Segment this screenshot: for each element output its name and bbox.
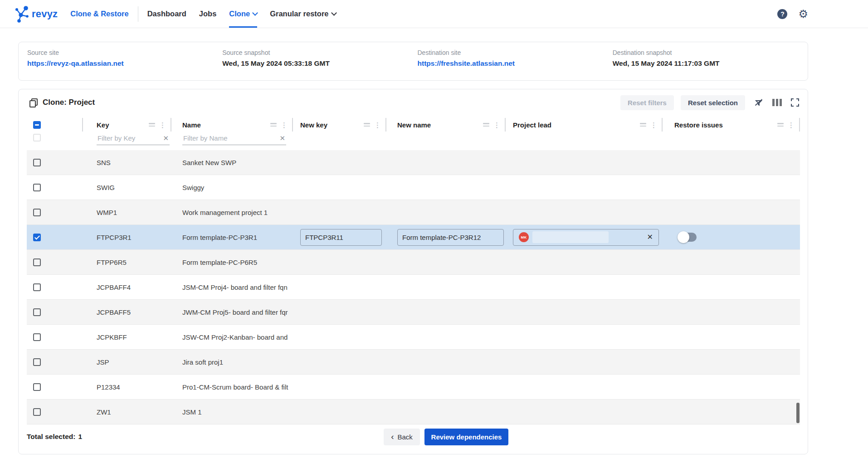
column-menu-icon[interactable]: ⋮ bbox=[374, 122, 381, 128]
source-site-label: Source site bbox=[27, 49, 222, 56]
column-resize-icon[interactable] bbox=[640, 123, 646, 127]
row-checkbox[interactable] bbox=[33, 308, 41, 316]
columns-icon[interactable] bbox=[772, 99, 782, 106]
source-snapshot-label: Source snapshot bbox=[222, 49, 417, 56]
nav-divider bbox=[138, 6, 138, 22]
column-resize-icon[interactable] bbox=[149, 123, 155, 127]
column-menu-icon[interactable]: ⋮ bbox=[788, 122, 795, 128]
column-header-key[interactable]: Key bbox=[97, 121, 109, 129]
nav-items: Dashboard Jobs Clone Granular restore bbox=[147, 0, 336, 28]
gear-icon[interactable]: ⚙ bbox=[798, 9, 808, 20]
row-checkbox[interactable] bbox=[33, 258, 41, 266]
row-checkbox[interactable] bbox=[33, 159, 41, 166]
row-key: JSP bbox=[97, 358, 109, 366]
snapshot-info-card: Source site https://revyz-qa.atlassian.n… bbox=[18, 42, 808, 81]
nav-item-clone[interactable]: Clone bbox=[229, 0, 257, 28]
row-key: JCPKBFF bbox=[97, 333, 127, 341]
nav-item-label: Clone bbox=[229, 10, 250, 18]
table-row: ZW1JSM 1 bbox=[27, 400, 800, 424]
row-checkbox[interactable] bbox=[33, 333, 41, 341]
restore-issues-toggle[interactable] bbox=[678, 233, 697, 242]
row-key: SWIG bbox=[97, 184, 115, 191]
row-checkbox[interactable] bbox=[33, 283, 41, 291]
chevron-down-icon bbox=[252, 10, 258, 16]
new-name-input[interactable] bbox=[397, 229, 504, 246]
source-snapshot-block: Source snapshot Wed, 15 May 2024 05:33:1… bbox=[222, 49, 417, 80]
key-filter-input[interactable] bbox=[97, 134, 162, 142]
column-header-name[interactable]: Name bbox=[182, 121, 201, 129]
row-name: Work management project 1 bbox=[182, 209, 268, 216]
table-row: WMP1Work management project 1 bbox=[27, 200, 800, 225]
column-header-new-name[interactable]: New name bbox=[397, 121, 431, 129]
row-name: Form template-PC-P6R5 bbox=[182, 258, 257, 266]
column-resize-icon[interactable] bbox=[483, 123, 489, 127]
table-body: SNSSanket New SWPSWIGSwiggyWMP1Work mana… bbox=[27, 150, 800, 424]
nav-right: ? ⚙ bbox=[777, 0, 808, 28]
product-link[interactable]: Clone & Restore bbox=[70, 10, 128, 18]
column-header-restore-issues[interactable]: Restore issues bbox=[674, 121, 723, 129]
row-name: JSM 1 bbox=[182, 408, 202, 416]
column-menu-icon[interactable]: ⋮ bbox=[159, 122, 166, 128]
destination-site-link[interactable]: https://freshsite.atlassian.net bbox=[418, 59, 613, 68]
row-checkbox[interactable] bbox=[33, 209, 41, 216]
table-row: SWIGSwiggy bbox=[27, 175, 800, 200]
new-key-input[interactable] bbox=[300, 229, 382, 246]
reset-filters-button[interactable]: Reset filters bbox=[620, 95, 674, 110]
row-name: Sanket New SWP bbox=[182, 159, 236, 166]
row-checkbox[interactable] bbox=[33, 383, 41, 391]
project-lead-avatar: MK bbox=[519, 232, 529, 242]
select-all-checkbox[interactable] bbox=[33, 121, 41, 129]
row-checkbox[interactable] bbox=[33, 358, 41, 366]
column-header-project-lead[interactable]: Project lead bbox=[513, 121, 551, 129]
table-row: JCPBAFF5JWM-CM Proj5- board and filter f… bbox=[27, 300, 800, 325]
help-icon[interactable]: ? bbox=[777, 9, 787, 19]
row-key: ZW1 bbox=[97, 408, 111, 416]
name-filter-box: ✕ bbox=[182, 134, 286, 145]
table-row: SNSSanket New SWP bbox=[27, 150, 800, 175]
column-resize-icon[interactable] bbox=[777, 123, 784, 127]
row-key: FTPCP3R1 bbox=[97, 234, 132, 241]
row-checkbox[interactable] bbox=[33, 408, 41, 416]
nav-item-granular-restore[interactable]: Granular restore bbox=[270, 0, 336, 28]
row-name: Swiggy bbox=[182, 184, 204, 191]
review-dependencies-button[interactable]: Review dependencies bbox=[424, 429, 508, 445]
nav-item-label: Jobs bbox=[199, 10, 217, 18]
row-name: Jira soft proj1 bbox=[182, 358, 223, 366]
top-nav: revyz Clone & Restore Dashboard Jobs Clo… bbox=[0, 0, 868, 28]
fullscreen-icon[interactable] bbox=[790, 98, 800, 107]
total-selected-value: 1 bbox=[78, 433, 82, 440]
clear-filters-icon[interactable] bbox=[754, 98, 764, 107]
table-row: JCPBAFF4JSM-CM Proj4- board and filter f… bbox=[27, 275, 800, 300]
clear-name-filter-icon[interactable]: ✕ bbox=[278, 135, 286, 141]
column-resize-icon[interactable] bbox=[364, 123, 370, 127]
row-key: FTPP6R5 bbox=[97, 258, 127, 266]
name-filter-input[interactable] bbox=[182, 134, 278, 142]
table-filter-row: ✕ ✕ bbox=[27, 134, 800, 150]
clear-key-filter-icon[interactable]: ✕ bbox=[162, 135, 170, 141]
toggle-knob bbox=[678, 231, 689, 243]
column-menu-icon[interactable]: ⋮ bbox=[650, 122, 657, 128]
source-site-link[interactable]: https://revyz-qa.atlassian.net bbox=[27, 59, 222, 68]
row-key: JCPBAFF5 bbox=[97, 308, 131, 316]
row-name: Pro1-CM-Scrum board- Board & filt bbox=[182, 383, 288, 391]
vertical-scrollbar[interactable] bbox=[796, 403, 800, 423]
table-header: Key ⋮ Name ⋮ New key ⋮ New name ⋮ Pr bbox=[27, 116, 800, 134]
row-checkbox[interactable] bbox=[33, 184, 41, 191]
brand[interactable]: revyz bbox=[14, 5, 58, 23]
row-key: SNS bbox=[97, 159, 111, 166]
reset-selection-button[interactable]: Reset selection bbox=[681, 95, 745, 110]
source-snapshot-value: Wed, 15 May 2024 05:33:18 GMT bbox=[222, 59, 417, 68]
destination-site-label: Destination site bbox=[418, 49, 613, 56]
nav-item-dashboard[interactable]: Dashboard bbox=[147, 0, 186, 28]
nav-item-jobs[interactable]: Jobs bbox=[199, 0, 217, 28]
column-menu-icon[interactable]: ⋮ bbox=[281, 122, 288, 128]
row-checkbox[interactable] bbox=[33, 234, 41, 241]
project-lead-field[interactable]: MK✕ bbox=[513, 229, 659, 246]
clear-project-lead-icon[interactable]: ✕ bbox=[647, 234, 653, 241]
back-button[interactable]: ‹ Back bbox=[384, 429, 420, 445]
column-menu-icon[interactable]: ⋮ bbox=[493, 122, 500, 128]
column-resize-icon[interactable] bbox=[270, 123, 277, 127]
row-name: JSW-CM Proj2-Kanban- board and bbox=[182, 333, 288, 341]
panel-title: Clone: Project bbox=[43, 98, 95, 107]
column-header-new-key[interactable]: New key bbox=[300, 121, 327, 129]
